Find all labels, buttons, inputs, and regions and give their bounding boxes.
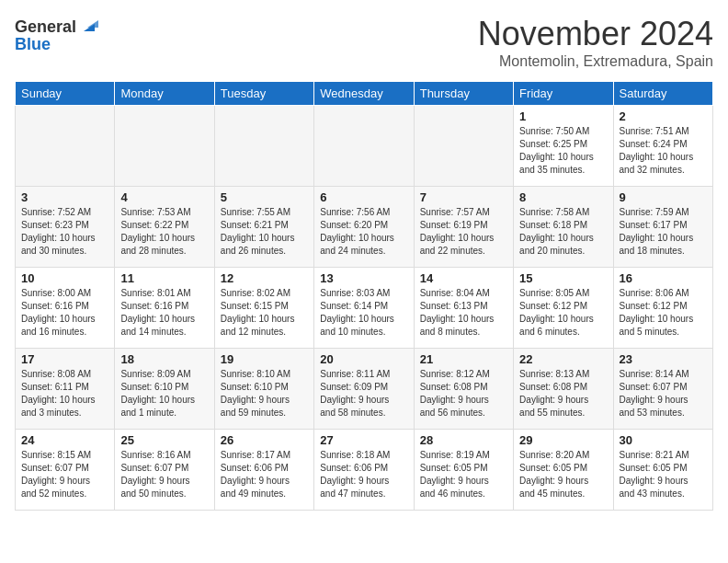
day-header-sunday: Sunday xyxy=(16,82,115,106)
day-info: Sunrise: 8:03 AM Sunset: 6:14 PM Dayligh… xyxy=(320,287,407,339)
day-header-friday: Friday xyxy=(514,82,613,106)
day-header-wednesday: Wednesday xyxy=(314,82,414,106)
calendar-week-row: 3Sunrise: 7:52 AM Sunset: 6:23 PM Daylig… xyxy=(16,187,713,268)
calendar-cell: 17Sunrise: 8:08 AM Sunset: 6:11 PM Dayli… xyxy=(16,349,115,430)
day-number: 14 xyxy=(420,271,507,285)
month-title: November 2024 xyxy=(478,15,713,53)
day-info: Sunrise: 8:11 AM Sunset: 6:09 PM Dayligh… xyxy=(320,368,407,419)
calendar-cell: 20Sunrise: 8:11 AM Sunset: 6:09 PM Dayli… xyxy=(314,349,414,430)
day-info: Sunrise: 8:01 AM Sunset: 6:16 PM Dayligh… xyxy=(120,287,208,339)
page-container: General Blue November 2024 Montemolin, E… xyxy=(0,0,728,518)
calendar-cell: 1Sunrise: 7:50 AM Sunset: 6:25 PM Daylig… xyxy=(514,106,613,187)
day-number: 11 xyxy=(120,271,208,285)
day-number: 27 xyxy=(320,433,407,447)
day-number: 26 xyxy=(221,433,308,447)
calendar-cell: 4Sunrise: 7:53 AM Sunset: 6:22 PM Daylig… xyxy=(115,187,214,268)
day-number: 30 xyxy=(620,433,707,447)
calendar-cell: 13Sunrise: 8:03 AM Sunset: 6:14 PM Dayli… xyxy=(314,268,414,349)
day-info: Sunrise: 7:57 AM Sunset: 6:19 PM Dayligh… xyxy=(420,206,507,258)
logo-icon xyxy=(78,15,98,35)
calendar-cell: 2Sunrise: 7:51 AM Sunset: 6:24 PM Daylig… xyxy=(613,106,712,187)
calendar-cell: 27Sunrise: 8:18 AM Sunset: 6:06 PM Dayli… xyxy=(314,430,414,511)
calendar-cell: 7Sunrise: 7:57 AM Sunset: 6:19 PM Daylig… xyxy=(414,187,513,268)
day-number: 2 xyxy=(620,109,707,123)
day-info: Sunrise: 8:18 AM Sunset: 6:06 PM Dayligh… xyxy=(320,449,407,500)
day-info: Sunrise: 7:53 AM Sunset: 6:22 PM Dayligh… xyxy=(120,206,208,258)
day-number: 21 xyxy=(420,352,507,366)
day-info: Sunrise: 8:15 AM Sunset: 6:07 PM Dayligh… xyxy=(21,449,108,500)
calendar-cell: 22Sunrise: 8:13 AM Sunset: 6:08 PM Dayli… xyxy=(514,349,613,430)
day-number: 8 xyxy=(519,190,607,204)
day-number: 22 xyxy=(519,352,607,366)
day-number: 13 xyxy=(320,271,407,285)
day-header-monday: Monday xyxy=(115,82,214,106)
day-info: Sunrise: 8:05 AM Sunset: 6:12 PM Dayligh… xyxy=(519,287,607,339)
calendar-cell: 26Sunrise: 8:17 AM Sunset: 6:06 PM Dayli… xyxy=(214,430,313,511)
day-info: Sunrise: 8:04 AM Sunset: 6:13 PM Dayligh… xyxy=(420,287,507,339)
calendar-cell: 18Sunrise: 8:09 AM Sunset: 6:10 PM Dayli… xyxy=(115,349,214,430)
calendar-cell: 30Sunrise: 8:21 AM Sunset: 6:05 PM Dayli… xyxy=(613,430,712,511)
day-number: 3 xyxy=(21,190,108,204)
day-info: Sunrise: 7:56 AM Sunset: 6:20 PM Dayligh… xyxy=(320,206,407,258)
day-info: Sunrise: 8:17 AM Sunset: 6:06 PM Dayligh… xyxy=(221,449,308,500)
calendar-table: SundayMondayTuesdayWednesdayThursdayFrid… xyxy=(15,81,713,511)
calendar-header-row: SundayMondayTuesdayWednesdayThursdayFrid… xyxy=(16,82,713,106)
day-number: 20 xyxy=(320,352,407,366)
day-info: Sunrise: 7:59 AM Sunset: 6:17 PM Dayligh… xyxy=(620,206,707,258)
logo: General Blue xyxy=(15,15,98,54)
calendar-cell: 11Sunrise: 8:01 AM Sunset: 6:16 PM Dayli… xyxy=(115,268,214,349)
day-info: Sunrise: 7:50 AM Sunset: 6:25 PM Dayligh… xyxy=(519,125,607,177)
day-number: 17 xyxy=(21,352,108,366)
calendar-cell xyxy=(314,106,414,187)
day-number: 25 xyxy=(120,433,208,447)
calendar-cell: 24Sunrise: 8:15 AM Sunset: 6:07 PM Dayli… xyxy=(16,430,115,511)
calendar-cell: 19Sunrise: 8:10 AM Sunset: 6:10 PM Dayli… xyxy=(214,349,313,430)
day-number: 29 xyxy=(519,433,607,447)
calendar-cell: 10Sunrise: 8:00 AM Sunset: 6:16 PM Dayli… xyxy=(16,268,115,349)
calendar-cell: 5Sunrise: 7:55 AM Sunset: 6:21 PM Daylig… xyxy=(214,187,313,268)
day-info: Sunrise: 8:08 AM Sunset: 6:11 PM Dayligh… xyxy=(21,368,108,419)
calendar-cell xyxy=(414,106,513,187)
day-info: Sunrise: 8:14 AM Sunset: 6:07 PM Dayligh… xyxy=(620,368,707,419)
calendar-week-row: 1Sunrise: 7:50 AM Sunset: 6:25 PM Daylig… xyxy=(16,106,713,187)
day-info: Sunrise: 7:52 AM Sunset: 6:23 PM Dayligh… xyxy=(21,206,108,258)
calendar-week-row: 24Sunrise: 8:15 AM Sunset: 6:07 PM Dayli… xyxy=(16,430,713,511)
calendar-cell: 6Sunrise: 7:56 AM Sunset: 6:20 PM Daylig… xyxy=(314,187,414,268)
calendar-cell: 28Sunrise: 8:19 AM Sunset: 6:05 PM Dayli… xyxy=(414,430,513,511)
day-header-saturday: Saturday xyxy=(613,82,712,106)
day-info: Sunrise: 8:09 AM Sunset: 6:10 PM Dayligh… xyxy=(120,368,208,419)
calendar-cell: 14Sunrise: 8:04 AM Sunset: 6:13 PM Dayli… xyxy=(414,268,513,349)
day-number: 10 xyxy=(21,271,108,285)
day-number: 1 xyxy=(519,109,607,123)
day-number: 9 xyxy=(620,190,707,204)
day-info: Sunrise: 8:20 AM Sunset: 6:05 PM Dayligh… xyxy=(519,449,607,500)
calendar-cell: 15Sunrise: 8:05 AM Sunset: 6:12 PM Dayli… xyxy=(514,268,613,349)
day-number: 12 xyxy=(221,271,308,285)
svg-marker-1 xyxy=(87,20,98,28)
calendar-week-row: 17Sunrise: 8:08 AM Sunset: 6:11 PM Dayli… xyxy=(16,349,713,430)
calendar-cell: 25Sunrise: 8:16 AM Sunset: 6:07 PM Dayli… xyxy=(115,430,214,511)
calendar-cell: 12Sunrise: 8:02 AM Sunset: 6:15 PM Dayli… xyxy=(214,268,313,349)
day-number: 28 xyxy=(420,433,507,447)
logo-blue-text: Blue xyxy=(15,35,51,54)
day-number: 19 xyxy=(221,352,308,366)
day-number: 23 xyxy=(620,352,707,366)
day-info: Sunrise: 7:51 AM Sunset: 6:24 PM Dayligh… xyxy=(620,125,707,177)
page-header: General Blue November 2024 Montemolin, E… xyxy=(15,15,713,70)
calendar-cell xyxy=(214,106,313,187)
day-info: Sunrise: 8:16 AM Sunset: 6:07 PM Dayligh… xyxy=(120,449,208,500)
day-number: 4 xyxy=(120,190,208,204)
calendar-cell: 23Sunrise: 8:14 AM Sunset: 6:07 PM Dayli… xyxy=(613,349,712,430)
calendar-cell: 9Sunrise: 7:59 AM Sunset: 6:17 PM Daylig… xyxy=(613,187,712,268)
day-info: Sunrise: 8:21 AM Sunset: 6:05 PM Dayligh… xyxy=(620,449,707,500)
day-number: 18 xyxy=(120,352,208,366)
location: Montemolin, Extremadura, Spain xyxy=(478,53,713,70)
calendar-cell xyxy=(16,106,115,187)
calendar-cell: 3Sunrise: 7:52 AM Sunset: 6:23 PM Daylig… xyxy=(16,187,115,268)
calendar-cell: 16Sunrise: 8:06 AM Sunset: 6:12 PM Dayli… xyxy=(613,268,712,349)
calendar-cell xyxy=(115,106,214,187)
calendar-week-row: 10Sunrise: 8:00 AM Sunset: 6:16 PM Dayli… xyxy=(16,268,713,349)
calendar-cell: 29Sunrise: 8:20 AM Sunset: 6:05 PM Dayli… xyxy=(514,430,613,511)
day-info: Sunrise: 8:00 AM Sunset: 6:16 PM Dayligh… xyxy=(21,287,108,339)
calendar-cell: 21Sunrise: 8:12 AM Sunset: 6:08 PM Dayli… xyxy=(414,349,513,430)
